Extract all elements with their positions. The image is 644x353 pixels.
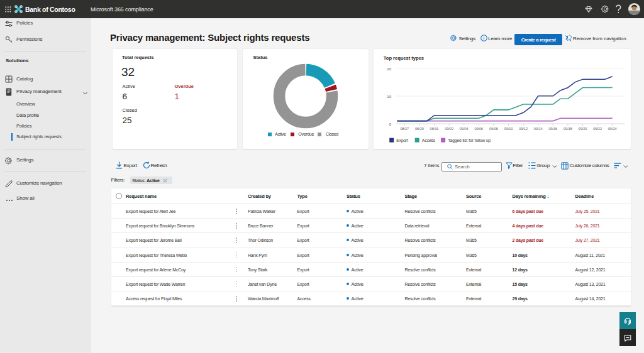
svg-text:08/27: 08/27 <box>400 127 409 131</box>
svg-text:0: 0 <box>389 122 391 126</box>
svg-text:09/18: 09/18 <box>564 127 572 131</box>
svg-text:20: 20 <box>387 67 391 70</box>
svg-text:09/10: 09/10 <box>504 127 513 131</box>
svg-text:09/24: 09/24 <box>608 127 616 131</box>
svg-text:09/02: 09/02 <box>445 127 453 131</box>
svg-text:08/29: 08/29 <box>415 127 424 131</box>
svg-text:09/06: 09/06 <box>474 127 483 131</box>
svg-text:Access: Access <box>422 138 436 142</box>
svg-text:09/12: 09/12 <box>519 127 528 131</box>
svg-text:09/14: 09/14 <box>533 127 542 131</box>
svg-text:Tagged list for follow up: Tagged list for follow up <box>448 138 491 143</box>
svg-text:09/08: 09/08 <box>489 127 498 131</box>
svg-text:09/22: 09/22 <box>593 127 602 131</box>
svg-text:09/04: 09/04 <box>459 127 468 131</box>
svg-text:10: 10 <box>387 95 391 99</box>
svg-text:09/20: 09/20 <box>578 127 587 131</box>
svg-text:Export: Export <box>396 138 408 143</box>
svg-text:09/16: 09/16 <box>548 127 557 131</box>
svg-text:08/31: 08/31 <box>430 127 438 131</box>
